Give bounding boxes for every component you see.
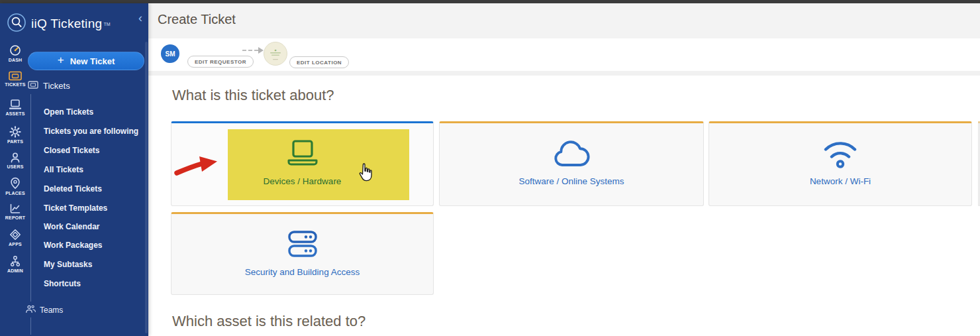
laptop-icon bbox=[0, 99, 30, 110]
map-pin-icon bbox=[0, 177, 30, 190]
sidebar-item-open-tickets[interactable]: Open Tickets bbox=[44, 107, 93, 117]
sidebar-item-parts[interactable]: PARTS bbox=[0, 126, 30, 144]
sidebar-scrollbar[interactable] bbox=[145, 42, 148, 333]
gear-icon bbox=[0, 126, 30, 138]
teams-label: Teams bbox=[40, 306, 63, 315]
page-title: Create Ticket bbox=[158, 12, 236, 27]
collapse-sidebar-icon[interactable]: ‹ bbox=[135, 12, 146, 24]
sidebar-item-report[interactable]: REPORT bbox=[0, 203, 30, 220]
category-label: Devices / Hardware bbox=[264, 176, 342, 186]
category-card-network-wifi[interactable]: Network / Wi-Fi bbox=[709, 121, 972, 206]
ticket-setup-bar: SM EDIT REQUESTOR ◆ EDIT LOCATION bbox=[148, 38, 980, 71]
category-card-security-building[interactable]: Security and Building Access bbox=[171, 212, 434, 295]
submenu-divider-lower bbox=[30, 317, 31, 335]
page-header: Create Ticket bbox=[148, 3, 980, 38]
category-label: Software / Online Systems bbox=[518, 176, 624, 186]
user-icon bbox=[0, 152, 30, 163]
sidebar-item-admin[interactable]: ADMIN bbox=[0, 255, 30, 273]
sidebar-section-tickets[interactable]: Tickets bbox=[28, 81, 70, 91]
sidebar-item-closed-tickets[interactable]: Closed Tickets bbox=[44, 146, 99, 155]
sidebar-item-tickets[interactable]: TICKETS bbox=[0, 71, 30, 87]
sidebar-item-my-subtasks[interactable]: My Subtasks bbox=[44, 260, 92, 269]
location-avatar[interactable]: ◆ bbox=[264, 42, 287, 66]
edit-requestor-button[interactable]: EDIT REQUESTOR bbox=[187, 56, 254, 68]
laptop-icon bbox=[286, 138, 319, 170]
sidebar-item-work-packages[interactable]: Work Packages bbox=[44, 241, 103, 250]
ticket-icon bbox=[0, 71, 30, 81]
iiq-logo-icon bbox=[7, 13, 26, 35]
rail-label: APPS bbox=[0, 242, 30, 247]
rail-label: REPORT bbox=[0, 215, 30, 220]
sidebar-item-dash[interactable]: DASH bbox=[0, 44, 30, 62]
new-ticket-button[interactable]: + New Ticket bbox=[28, 52, 144, 70]
rail-label: ASSETS bbox=[0, 111, 30, 116]
arrow-right-icon bbox=[242, 47, 264, 54]
cloud-icon bbox=[551, 138, 592, 170]
teams-icon bbox=[25, 305, 40, 315]
category-label: Network / Wi-Fi bbox=[810, 176, 871, 186]
wifi-icon bbox=[821, 138, 859, 170]
ticket-small-icon bbox=[28, 81, 43, 91]
sidebar-item-teams[interactable]: Teams bbox=[25, 305, 63, 315]
rail-label: USERS bbox=[0, 164, 30, 169]
rail-label: ADMIN bbox=[0, 268, 30, 273]
sidebar-item-all-tickets[interactable]: All Tickets bbox=[44, 165, 83, 174]
rail-label: PARTS bbox=[0, 139, 30, 144]
section-title: Tickets bbox=[43, 81, 70, 91]
category-card-software-online[interactable]: Software / Online Systems bbox=[439, 121, 704, 206]
question-about-heading: What is this ticket about? bbox=[172, 87, 334, 104]
chart-icon bbox=[0, 203, 30, 214]
sidebar-item-deleted-tickets[interactable]: Deleted Tickets bbox=[44, 184, 102, 194]
plus-icon: + bbox=[58, 54, 64, 67]
sidebar: iiQ Ticketing TM ‹ DASH TICKETS bbox=[0, 3, 148, 336]
rail-label: DASH bbox=[0, 58, 30, 62]
sidebar-item-work-calendar[interactable]: Work Calendar bbox=[44, 222, 99, 231]
sidebar-item-ticket-templates[interactable]: Ticket Templates bbox=[44, 203, 107, 213]
question-asset-heading: Which asset is this related to? bbox=[172, 313, 366, 330]
submenu-divider bbox=[30, 94, 31, 302]
brand-name: iiQ Ticketing bbox=[31, 17, 102, 31]
sidebar-item-shortcuts[interactable]: Shortcuts bbox=[44, 279, 81, 288]
category-label: Security and Building Access bbox=[245, 267, 360, 277]
requestor-avatar[interactable]: SM bbox=[161, 44, 179, 63]
app-window: iiQ Ticketing TM ‹ DASH TICKETS bbox=[0, 0, 980, 336]
sidebar-item-tickets-following[interactable]: Tickets you are following bbox=[44, 127, 138, 136]
rail-label: PLACES bbox=[0, 191, 30, 196]
brand-trademark: TM bbox=[103, 22, 110, 27]
apps-icon bbox=[0, 229, 30, 241]
edit-location-button[interactable]: EDIT LOCATION bbox=[289, 56, 349, 68]
cursor-pointer-icon bbox=[358, 162, 373, 186]
annotation-red-arrow-icon bbox=[174, 154, 218, 178]
sidebar-item-apps[interactable]: APPS bbox=[0, 229, 30, 247]
gauge-icon bbox=[0, 44, 30, 56]
sidebar-item-assets[interactable]: ASSETS bbox=[0, 99, 30, 116]
section-separator bbox=[148, 71, 980, 76]
sidebar-item-places[interactable]: PLACES bbox=[0, 177, 30, 196]
brand-row[interactable]: iiQ Ticketing TM bbox=[7, 11, 146, 37]
org-chart-icon bbox=[0, 255, 30, 267]
rail-label: TICKETS bbox=[0, 82, 30, 87]
building-access-icon bbox=[287, 229, 318, 260]
new-ticket-label: New Ticket bbox=[70, 56, 115, 66]
sidebar-item-users[interactable]: USERS bbox=[0, 152, 30, 169]
